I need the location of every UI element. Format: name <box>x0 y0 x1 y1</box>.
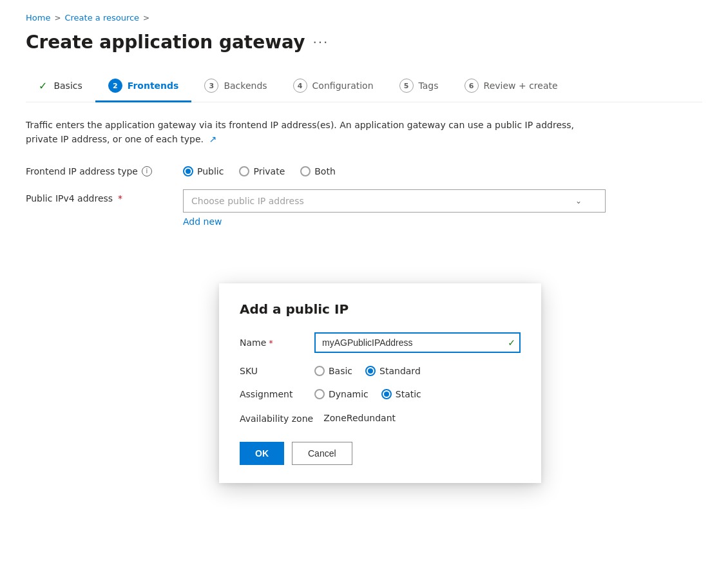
form-section: Frontend IP address type i Public Privat… <box>26 162 606 227</box>
frontend-ip-radio-group: Public Private Both <box>183 162 336 176</box>
modal-sku-label: SKU <box>240 366 304 376</box>
breadcrumb-sep-2: > <box>143 14 149 23</box>
modal-assignment-row: Assignment Dynamic Static <box>240 389 521 399</box>
wizard-tabs: ✓ Basics 2 Frontends 3 Backends 4 Config… <box>26 71 702 102</box>
breadcrumb-create-resource[interactable]: Create a resource <box>64 13 139 23</box>
tab-review-label: Review + create <box>484 81 558 91</box>
page-title: Create application gateway <box>26 32 305 53</box>
modal-cancel-button[interactable]: Cancel <box>292 442 352 465</box>
public-ipv4-control: Choose public IP address ⌄ Add new <box>183 189 606 227</box>
modal-buttons: OK Cancel <box>240 442 521 465</box>
modal-name-input-wrapper: ✓ <box>314 332 521 353</box>
modal-name-row: Name * ✓ <box>240 332 521 353</box>
tab-configuration[interactable]: 4 Configuration <box>280 71 387 102</box>
breadcrumb-sep-1: > <box>54 14 61 23</box>
radio-public-input[interactable] <box>183 166 193 176</box>
radio-both-label: Both <box>314 166 336 176</box>
modal-name-required: * <box>269 338 273 348</box>
modal-name-label: Name * <box>240 337 304 348</box>
add-new-link[interactable]: Add new <box>183 216 222 227</box>
tab-tags-number: 5 <box>399 79 414 93</box>
modal-title: Add a public IP <box>240 301 521 317</box>
page-title-menu[interactable]: ··· <box>312 35 329 50</box>
public-ipv4-placeholder: Choose public IP address <box>191 196 304 206</box>
tab-tags-label: Tags <box>419 81 439 91</box>
sku-standard-radio[interactable] <box>365 366 376 376</box>
radio-public[interactable]: Public <box>183 166 224 176</box>
public-ipv4-required: * <box>118 193 122 204</box>
radio-public-label: Public <box>197 166 224 176</box>
modal-sku-radio-group: Basic Standard <box>314 366 421 376</box>
sku-basic-label: Basic <box>329 366 352 376</box>
modal-name-input-container: ✓ <box>314 332 521 353</box>
public-ipv4-row: Public IPv4 address * Choose public IP a… <box>26 189 606 227</box>
frontend-ip-label: Frontend IP address type i <box>26 162 168 176</box>
radio-private-label: Private <box>253 166 285 176</box>
modal-availability-value: ZoneRedundant <box>323 413 396 423</box>
sku-basic-option[interactable]: Basic <box>314 366 352 376</box>
public-ipv4-label: Public IPv4 address * <box>26 189 168 204</box>
tab-frontends-number: 2 <box>108 79 122 93</box>
tab-basics[interactable]: ✓ Basics <box>26 72 95 102</box>
tab-review-number: 6 <box>465 79 479 93</box>
sku-basic-radio[interactable] <box>314 366 325 376</box>
frontend-ip-info-icon[interactable]: i <box>142 166 152 176</box>
radio-private[interactable]: Private <box>239 166 285 176</box>
tab-backends-label: Backends <box>224 81 267 91</box>
assignment-dynamic-option[interactable]: Dynamic <box>314 389 369 399</box>
dropdown-chevron-icon: ⌄ <box>575 196 582 205</box>
tab-review[interactable]: 6 Review + create <box>452 71 571 102</box>
page-container: Home > Create a resource > Create applic… <box>0 0 728 588</box>
sku-standard-label: Standard <box>379 366 421 376</box>
description-text: Traffic enters the application gateway v… <box>26 118 606 147</box>
assignment-static-radio[interactable] <box>381 389 392 399</box>
tab-configuration-number: 4 <box>293 79 307 93</box>
radio-private-input[interactable] <box>239 166 249 176</box>
description-link[interactable]: ↗ <box>209 134 216 144</box>
page-title-container: Create application gateway ··· <box>26 32 702 53</box>
breadcrumb: Home > Create a resource > <box>26 13 702 23</box>
modal-form: Name * ✓ SKU Basic <box>240 332 521 465</box>
tab-frontends-label: Frontends <box>128 81 179 91</box>
tab-basics-label: Basics <box>53 81 82 91</box>
modal-name-input[interactable] <box>314 332 521 353</box>
radio-both[interactable]: Both <box>300 166 336 176</box>
tab-tags[interactable]: 5 Tags <box>387 71 452 102</box>
modal-assignment-label: Assignment <box>240 389 304 399</box>
modal-assignment-radio-group: Dynamic Static <box>314 389 421 399</box>
public-ipv4-dropdown[interactable]: Choose public IP address ⌄ <box>183 189 606 213</box>
tab-configuration-label: Configuration <box>312 81 374 91</box>
modal-sku-row: SKU Basic Standard <box>240 366 521 376</box>
modal-availability-row: Availability zone ZoneRedundant <box>240 412 521 424</box>
assignment-dynamic-radio[interactable] <box>314 389 325 399</box>
breadcrumb-home[interactable]: Home <box>26 13 50 23</box>
modal-availability-label: Availability zone <box>240 412 313 424</box>
add-public-ip-modal: Add a public IP Name * ✓ SKU <box>219 283 541 483</box>
frontend-ip-row: Frontend IP address type i Public Privat… <box>26 162 606 176</box>
assignment-dynamic-label: Dynamic <box>329 389 369 399</box>
assignment-static-option[interactable]: Static <box>381 389 421 399</box>
input-check-icon: ✓ <box>508 337 515 348</box>
radio-both-input[interactable] <box>300 166 311 176</box>
tab-backends-number: 3 <box>204 79 218 93</box>
sku-standard-option[interactable]: Standard <box>365 366 421 376</box>
tab-frontends[interactable]: 2 Frontends <box>95 71 192 102</box>
modal-ok-button[interactable]: OK <box>240 442 284 465</box>
tab-basics-check-icon: ✓ <box>39 80 47 92</box>
assignment-static-label: Static <box>396 389 421 399</box>
tab-backends[interactable]: 3 Backends <box>191 71 280 102</box>
